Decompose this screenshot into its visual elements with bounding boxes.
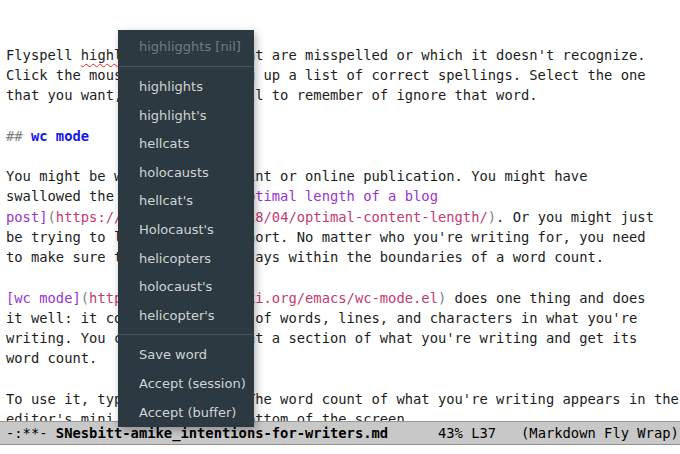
modeline: -:**- SNesbitt-amike_intentions-for-writ…	[0, 421, 680, 445]
modeline-modes: (Markdown Fly Wrap)	[496, 425, 679, 441]
text-segment: Click the mouse on it to bring up a list…	[6, 67, 646, 83]
text-segment: does one thing and does	[446, 290, 645, 306]
modeline-prefix: -:**-	[6, 425, 56, 441]
text-segment: To use it, type M-x wc-mode. The word co…	[6, 391, 679, 407]
suggestion-item[interactable]: helicopters	[118, 245, 254, 274]
suggestion-item[interactable]: hellcat's	[118, 187, 254, 216]
text-segment: highl	[81, 47, 123, 63]
popup-separator	[119, 334, 253, 335]
editor-line: word count.	[6, 348, 680, 368]
editor-line	[6, 267, 680, 287]
popup-header: highligghts [nil]	[118, 32, 254, 62]
suggestion-item[interactable]: Holocaust's	[118, 216, 254, 245]
suggestion-item[interactable]: holocausts	[118, 159, 254, 188]
minibuffer[interactable]	[0, 445, 680, 454]
text-segment: writing. You can also highlight a sectio…	[6, 330, 637, 346]
editor-line: be trying to learn to write short. No ma…	[6, 227, 680, 247]
markdown-link-text: [optimal length of a blog	[230, 188, 438, 204]
popup-action-item[interactable]: Accept (session)	[118, 370, 254, 399]
text-segment: . Or you might just	[496, 209, 654, 225]
text-segment: word count.	[6, 350, 97, 366]
text-segment: (	[48, 209, 56, 225]
markdown-link-text: [wc mode]	[6, 290, 81, 306]
modeline-filename: SNesbitt-amike_intentions-for-writers.md	[56, 425, 388, 441]
editor-line: writing. You can also highlight a sectio…	[6, 328, 680, 348]
editor-line: Click the mouse on it to bring up a list…	[6, 65, 680, 85]
editor-line	[6, 146, 680, 166]
suggestion-item[interactable]: hellcats	[118, 130, 254, 159]
text-segment: )	[488, 209, 496, 225]
editor-line: post](https://blogpros.com/2018/04/optim…	[6, 207, 680, 227]
editor-line: To use it, type M-x wc-mode. The word co…	[6, 389, 680, 409]
heading-marker: ##	[6, 128, 31, 144]
popup-action-list: Save wordAccept (session)Accept (buffer)	[118, 341, 254, 427]
text-segment: that you want, or tell Flyspell to remem…	[6, 87, 538, 103]
editor-line: [wc mode](https://www.emacswiki.org/emac…	[6, 288, 680, 308]
popup-separator	[119, 66, 253, 67]
editor-line: swallowed the advice about [optimal leng…	[6, 186, 680, 206]
markdown-link-text: post]	[6, 209, 48, 225]
popup-suggestion-list: highlightshighlight'shellcatsholocaustsh…	[118, 73, 254, 330]
popup-action-item[interactable]: Accept (buffer)	[118, 399, 254, 428]
suggestion-item[interactable]: highlights	[118, 73, 254, 102]
editor-line: Flyspell highligghts words that are miss…	[6, 45, 680, 65]
text-segment: to make sure that your text stays within…	[6, 249, 604, 265]
editor-lines: Flyspell highligghts words that are miss…	[6, 45, 680, 430]
editor-line: that you want, or tell Flyspell to remem…	[6, 85, 680, 105]
suggestion-item[interactable]: holocaust's	[118, 273, 254, 302]
modeline-position: 43% L37	[388, 425, 496, 441]
editor-line: ## wc mode	[6, 126, 680, 146]
editor-buffer[interactable]: Flyspell highligghts words that are miss…	[6, 4, 680, 450]
suggestion-item[interactable]: helicopter's	[118, 302, 254, 331]
text-segment: You might be writing for a print or onli…	[6, 168, 587, 184]
editor-line: it well: it counts the number of words, …	[6, 308, 680, 328]
editor-line	[6, 369, 680, 389]
editor-line	[6, 105, 680, 125]
heading-text: wc mode	[31, 128, 89, 144]
popup-action-item[interactable]: Save word	[118, 341, 254, 370]
flyspell-popup-menu: highligghts [nil] highlightshighlight'sh…	[118, 30, 254, 427]
editor-line: You might be writing for a print or onli…	[6, 166, 680, 186]
suggestion-item[interactable]: highlight's	[118, 102, 254, 131]
editor-line: to make sure that your text stays within…	[6, 247, 680, 267]
text-segment: be trying to learn to write short. No ma…	[6, 229, 646, 245]
text-segment: (	[81, 290, 89, 306]
text-segment: it well: it counts the number of words, …	[6, 310, 637, 326]
text-segment: Flyspell	[6, 47, 81, 63]
